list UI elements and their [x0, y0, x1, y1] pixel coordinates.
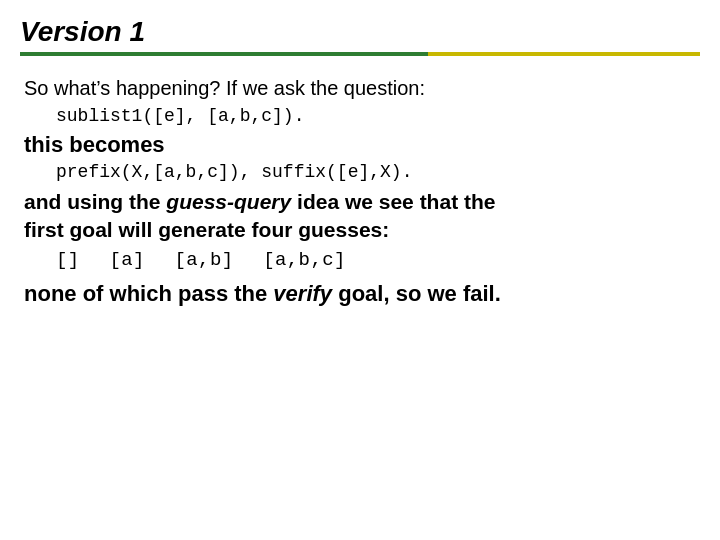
- none-part1: none of which pass the: [24, 281, 273, 306]
- code2-text: prefix(X,[a,b,c]), suffix([e],X).: [56, 162, 696, 182]
- guess-query-italic: guess-query: [166, 190, 291, 213]
- content-area: So what’s happening? If we ask the quest…: [20, 74, 700, 309]
- and-using-text: and using the guess-query idea we see th…: [24, 188, 696, 245]
- title-divider: [20, 52, 700, 56]
- none-part2: goal, so we fail.: [332, 281, 501, 306]
- guess-abc: [a,b,c]: [263, 249, 345, 271]
- guess-ab: [a,b]: [175, 249, 234, 271]
- and-using-part1: and using the: [24, 190, 166, 213]
- this-becomes-text: this becomes: [24, 132, 696, 158]
- first-goal-text: first goal will generate four guesses:: [24, 218, 389, 241]
- verify-italic: verify: [273, 281, 332, 306]
- guesses-line: [] [a] [a,b] [a,b,c]: [56, 249, 696, 271]
- guess-a: [a]: [109, 249, 144, 271]
- line1-text: So what’s happening? If we ask the quest…: [24, 74, 696, 102]
- and-using-part2: idea we see that the: [291, 190, 495, 213]
- page-title: Version 1: [20, 16, 700, 48]
- code1-text: sublist1([e], [a,b,c]).: [56, 106, 696, 126]
- none-of-which-text: none of which pass the verify goal, so w…: [24, 279, 696, 310]
- guess-empty: []: [56, 249, 80, 271]
